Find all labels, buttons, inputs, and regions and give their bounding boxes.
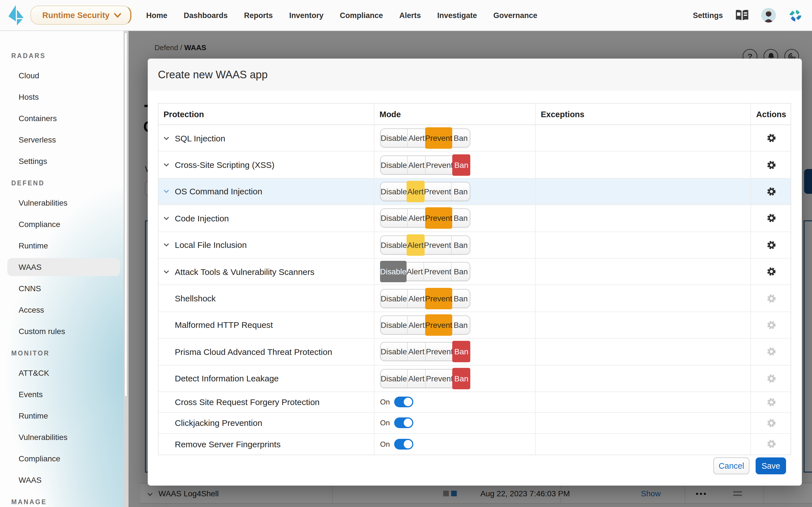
mode-option-disable[interactable]: Disable (380, 343, 407, 361)
mode-option-prevent[interactable]: Prevent (423, 263, 451, 281)
sidebar-item-runtime[interactable]: Runtime (0, 405, 128, 427)
table-header-row: Protection Mode Exceptions Actions (158, 104, 791, 125)
row-settings-gear-icon[interactable] (764, 131, 779, 145)
toggle-switch-on[interactable] (395, 397, 414, 407)
mode-option-ban-selected[interactable]: Ban (453, 154, 470, 175)
mode-option-prevent[interactable]: Prevent (425, 156, 453, 174)
sidebar-item-events[interactable]: Events (0, 384, 128, 405)
cancel-button[interactable]: Cancel (713, 457, 749, 474)
mode-option-alert[interactable]: Alert (407, 209, 425, 227)
sidebar-item-runtime[interactable]: Runtime (0, 235, 128, 256)
row-settings-gear-icon[interactable] (764, 238, 779, 252)
sidebar-item-settings[interactable]: Settings (0, 151, 128, 172)
row-settings-gear-icon[interactable] (764, 158, 779, 172)
mode-option-prevent-selected[interactable]: Prevent (425, 288, 452, 309)
mode-segmented-control: DisableAlertPreventBan (380, 209, 470, 228)
sidebar-item-custom-rules[interactable]: Custom rules (0, 321, 128, 342)
protection-label: Clickjacking Prevention (175, 418, 262, 428)
mode-option-ban-selected[interactable]: Ban (453, 341, 470, 362)
mode-option-disable[interactable]: Disable (380, 209, 407, 227)
protection-row-malformed-http-request: Malformed HTTP RequestDisableAlertPreven… (158, 312, 791, 339)
nav-item-dashboards[interactable]: Dashboards (184, 11, 228, 19)
expand-chevron-icon[interactable] (163, 243, 174, 247)
user-avatar[interactable] (761, 8, 776, 22)
docs-book-icon[interactable] (735, 9, 749, 21)
expand-chevron-icon[interactable] (163, 163, 174, 167)
mode-option-disable[interactable]: Disable (380, 369, 407, 387)
sidebar-item-compliance[interactable]: Compliance (0, 448, 128, 469)
row-settings-gear-icon[interactable] (764, 211, 779, 226)
mode-option-ban[interactable]: Ban (451, 263, 470, 281)
row-settings-gear-icon[interactable] (764, 184, 779, 199)
sidebar-item-vulnerabilities[interactable]: Vulnerabilities (0, 192, 128, 214)
mode-option-alert[interactable]: Alert (407, 316, 425, 334)
mode-option-ban[interactable]: Ban (452, 209, 470, 227)
mode-option-alert-selected[interactable]: Alert (406, 181, 424, 202)
sidebar-item-compliance[interactable]: Compliance (0, 214, 128, 235)
mode-option-ban[interactable]: Ban (452, 289, 470, 307)
expand-chevron-icon[interactable] (163, 216, 174, 220)
runtime-security-switcher[interactable]: Runtime Security (31, 6, 132, 25)
prisma-cloud-icon[interactable] (788, 8, 803, 23)
nav-item-home[interactable]: Home (146, 11, 167, 19)
mode-option-prevent-selected[interactable]: Prevent (425, 314, 452, 336)
mode-option-alert[interactable]: Alert (407, 156, 425, 174)
protection-row-remove-server-fingerprints: Remove Server FingerprintsOn (158, 434, 791, 455)
settings-link[interactable]: Settings (693, 11, 723, 19)
mode-option-disable[interactable]: Disable (380, 129, 407, 147)
mode-option-ban-selected[interactable]: Ban (453, 368, 470, 389)
mode-option-alert[interactable]: Alert (407, 369, 425, 387)
expand-chevron-icon[interactable] (163, 270, 174, 274)
row-settings-gear-icon[interactable] (764, 264, 779, 279)
mode-option-alert[interactable]: Alert (406, 263, 423, 281)
save-button[interactable]: Save (756, 457, 786, 474)
mode-option-disable[interactable]: Disable (380, 316, 407, 334)
mode-option-prevent[interactable]: Prevent (425, 343, 453, 361)
expand-chevron-icon[interactable] (163, 189, 174, 193)
modal-title: Create new WAAS app (158, 68, 267, 81)
sidebar-item-vulnerabilities[interactable]: Vulnerabilities (0, 427, 128, 448)
mode-option-ban[interactable]: Ban (451, 236, 470, 254)
nav-item-alerts[interactable]: Alerts (399, 11, 421, 19)
mode-option-prevent[interactable]: Prevent (424, 236, 451, 254)
sidebar-scrollbar[interactable] (123, 31, 128, 507)
sidebar-item-waas[interactable]: WAAS (0, 469, 128, 491)
expand-chevron-icon[interactable] (163, 136, 174, 140)
sidebar-item-waas[interactable]: WAAS (0, 256, 128, 278)
sidebar-item-cnns[interactable]: CNNS (0, 278, 128, 299)
toggle-switch-on[interactable] (395, 439, 414, 450)
mode-option-disable[interactable]: Disable (380, 236, 407, 254)
mode-option-disable[interactable]: Disable (380, 156, 407, 174)
mode-option-prevent-selected[interactable]: Prevent (425, 208, 452, 229)
mode-option-alert[interactable]: Alert (407, 343, 425, 361)
mode-segmented-control: DisableAlertPreventBan (380, 182, 470, 201)
nav-item-investigate[interactable]: Investigate (437, 11, 477, 19)
mode-option-disable[interactable]: Disable (380, 182, 407, 201)
mode-option-prevent[interactable]: Prevent (425, 369, 453, 387)
mode-option-prevent[interactable]: Prevent (424, 182, 451, 201)
protection-label: OS Command Injection (175, 187, 262, 196)
mode-option-alert-selected[interactable]: Alert (406, 234, 424, 256)
sidebar-item-hosts[interactable]: Hosts (0, 86, 128, 108)
mode-option-alert[interactable]: Alert (407, 289, 425, 307)
nav-item-reports[interactable]: Reports (244, 11, 273, 19)
sidebar-item-containers[interactable]: Containers (0, 108, 128, 129)
nav-item-governance[interactable]: Governance (493, 11, 538, 19)
mode-option-ban[interactable]: Ban (451, 182, 470, 201)
sidebar-item-serverless[interactable]: Serverless (0, 129, 128, 151)
nav-item-inventory[interactable]: Inventory (289, 11, 324, 19)
mode-option-prevent-selected[interactable]: Prevent (425, 127, 452, 149)
row-settings-gear-icon (764, 395, 779, 409)
mode-option-alert[interactable]: Alert (407, 129, 425, 147)
mode-option-disable[interactable]: Disable (380, 289, 407, 307)
mode-option-ban[interactable]: Ban (452, 316, 470, 334)
sidebar-item-access[interactable]: Access (0, 299, 128, 321)
toggle-switch-on[interactable] (395, 418, 414, 429)
sidebar-item-att-ck[interactable]: ATT&CK (0, 362, 128, 384)
exceptions-cell (535, 365, 751, 392)
mode-option-ban[interactable]: Ban (452, 129, 470, 147)
sidebar-item-cloud[interactable]: Cloud (0, 65, 128, 86)
nav-item-compliance[interactable]: Compliance (340, 11, 383, 19)
mode-option-disable-selected[interactable]: Disable (380, 261, 406, 282)
sidebar-scrollbar-thumb[interactable] (124, 32, 128, 397)
